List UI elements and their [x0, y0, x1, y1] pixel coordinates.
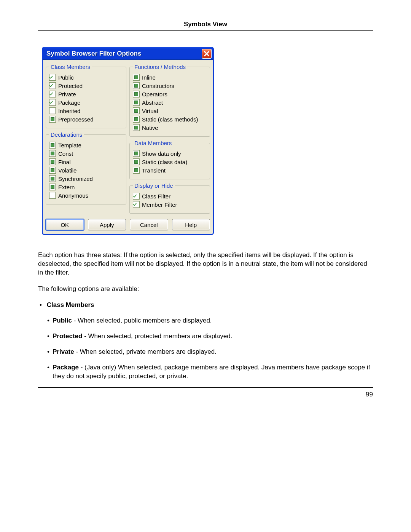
checkbox-preprocessed[interactable]: Preprocessed: [49, 116, 123, 123]
checkbox-box[interactable]: [133, 82, 140, 89]
list-item: Public - When selected, public members a…: [53, 316, 373, 325]
list-heading-class-members: Class Members: [47, 301, 94, 308]
checkbox-label: Preprocessed: [58, 116, 94, 123]
titlebar: Symbol Browser Filter Options: [43, 48, 213, 60]
group-legend: Functions / Methods: [133, 64, 187, 70]
checkbox-static-class-data-[interactable]: Static (class data): [133, 158, 207, 165]
checkbox-label: Static (class data): [142, 159, 187, 165]
checkbox-protected[interactable]: Protected: [49, 82, 123, 89]
checkbox-box[interactable]: [49, 99, 56, 106]
checkbox-label: Operators: [142, 91, 167, 97]
checkbox-box[interactable]: [49, 74, 56, 81]
checkbox-extern[interactable]: Extern: [49, 184, 123, 190]
checkbox-member-filter[interactable]: Member Filter: [133, 201, 207, 208]
help-button[interactable]: Help: [172, 219, 210, 230]
list-item: Package - (Java only) When selected, pac…: [53, 363, 373, 381]
group-declarations: Declarations TemplateConstFinalVolatileS…: [46, 131, 126, 204]
checkbox-inline[interactable]: Inline: [133, 74, 207, 81]
checkbox-box[interactable]: [133, 150, 140, 157]
checkbox-label: Protected: [58, 83, 83, 89]
term: Package: [53, 364, 79, 371]
page-footer: 99: [38, 387, 373, 398]
checkbox-label: Package: [58, 99, 80, 106]
checkbox-private[interactable]: Private: [49, 91, 123, 97]
checkbox-box[interactable]: [133, 91, 140, 97]
checkbox-label: Constructors: [142, 83, 174, 89]
checkbox-constructors[interactable]: Constructors: [133, 82, 207, 89]
term: Public: [53, 317, 72, 324]
checkbox-synchronized[interactable]: Synchronized: [49, 175, 123, 182]
page-header: Symbols View: [38, 21, 373, 31]
checkbox-box[interactable]: [49, 184, 56, 190]
checkbox-box[interactable]: [133, 116, 140, 123]
dialog-title: Symbol Browser Filter Options: [46, 50, 141, 58]
checkbox-label: Inline: [142, 74, 156, 81]
list-item: Private - When selected, private members…: [53, 348, 373, 356]
checkbox-volatile[interactable]: Volatile: [49, 167, 123, 174]
checkbox-label: Const: [58, 150, 73, 157]
checkbox-label: Transient: [142, 167, 166, 174]
group-legend: Data Members: [133, 140, 173, 146]
checkbox-box[interactable]: [49, 82, 56, 89]
checkbox-box[interactable]: [49, 150, 56, 157]
close-icon: [204, 51, 209, 56]
close-button[interactable]: [202, 49, 212, 59]
checkbox-inherited[interactable]: Inherited: [49, 107, 123, 114]
checkbox-label: Synchronized: [58, 176, 93, 182]
checkbox-box[interactable]: [133, 124, 140, 131]
checkbox-box[interactable]: [49, 175, 56, 182]
cancel-button[interactable]: Cancel: [130, 219, 168, 230]
checkbox-label: Volatile: [58, 167, 76, 174]
checkbox-final[interactable]: Final: [49, 158, 123, 165]
checkbox-static-class-methods-[interactable]: Static (class methods): [133, 116, 207, 123]
options-list: Class Members Public - When selected, pu…: [38, 301, 373, 381]
checkbox-public[interactable]: Public: [49, 74, 123, 81]
checkbox-box[interactable]: [49, 142, 56, 149]
checkbox-label: Abstract: [142, 99, 163, 106]
paragraph-following: The following options are available:: [38, 285, 373, 294]
checkbox-box[interactable]: [133, 99, 140, 106]
checkbox-abstract[interactable]: Abstract: [133, 99, 207, 106]
term: Protected: [53, 332, 82, 340]
checkbox-box[interactable]: [49, 116, 56, 123]
page-number: 99: [366, 391, 373, 398]
group-data-members: Data Members Show data onlyStatic (class…: [129, 140, 210, 179]
filter-options-dialog: Symbol Browser Filter Options Class Memb…: [42, 47, 214, 235]
checkbox-package[interactable]: Package: [49, 99, 123, 106]
checkbox-box[interactable]: [49, 167, 56, 174]
checkbox-label: Private: [58, 91, 76, 97]
checkbox-box[interactable]: [133, 107, 140, 114]
checkbox-box[interactable]: [133, 167, 140, 174]
checkbox-label: Final: [58, 159, 71, 165]
group-legend: Declarations: [49, 131, 84, 138]
checkbox-label: Virtual: [142, 108, 158, 114]
group-class-members: Class Members PublicProtectedPrivatePack…: [46, 64, 126, 128]
checkbox-operators[interactable]: Operators: [133, 91, 207, 97]
checkbox-virtual[interactable]: Virtual: [133, 107, 207, 114]
checkbox-label: Member Filter: [142, 201, 177, 208]
checkbox-native[interactable]: Native: [133, 124, 207, 131]
checkbox-box[interactable]: [49, 107, 56, 114]
checkbox-label: Static (class methods): [142, 116, 198, 123]
checkbox-box[interactable]: [49, 192, 56, 199]
checkbox-class-filter[interactable]: Class Filter: [133, 193, 207, 200]
ok-button[interactable]: OK: [46, 219, 84, 230]
group-functions: Functions / Methods InlineConstructorsOp…: [129, 64, 210, 137]
checkbox-const[interactable]: Const: [49, 150, 123, 157]
checkbox-transient[interactable]: Transient: [133, 167, 207, 174]
checkbox-box[interactable]: [133, 158, 140, 165]
checkbox-box[interactable]: [133, 193, 140, 200]
checkbox-box[interactable]: [133, 201, 140, 208]
checkbox-label: Public: [58, 74, 74, 81]
checkbox-show-data-only[interactable]: Show data only: [133, 150, 207, 157]
checkbox-label: Extern: [58, 184, 75, 190]
list-item: Protected - When selected, protected mem…: [53, 332, 373, 341]
checkbox-anonymous[interactable]: Anonymous: [49, 192, 123, 199]
checkbox-label: Native: [142, 125, 158, 131]
checkbox-box[interactable]: [49, 91, 56, 97]
apply-button[interactable]: Apply: [88, 219, 126, 230]
checkbox-label: Anonymous: [58, 192, 88, 199]
checkbox-template[interactable]: Template: [49, 142, 123, 149]
checkbox-box[interactable]: [49, 158, 56, 165]
checkbox-box[interactable]: [133, 74, 140, 81]
